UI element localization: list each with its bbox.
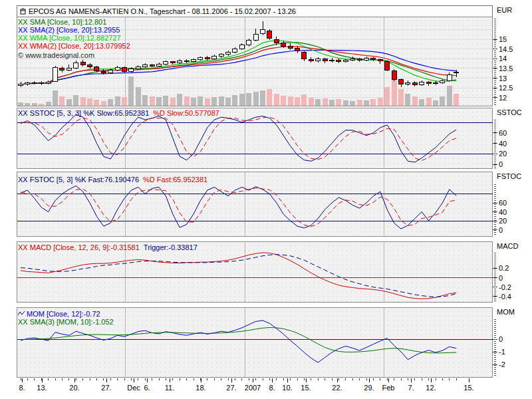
x-axis-label: 15. <box>301 384 311 392</box>
legend-item: XX FSTOC [5, 3] %K Fast:76.190476 <box>18 176 139 184</box>
macd-legend: XX MACD [Close, 12, 26, 9]:-0.31581Trigg… <box>18 243 198 251</box>
legend-item: XX SSTOC [5, 3, 3] %K Slow:65.952381 <box>18 109 149 117</box>
x-axis-label: 13. <box>37 384 47 392</box>
watermark: © www.tradesignal.com <box>18 51 94 59</box>
y-axis-tick-label: 20 <box>499 217 528 225</box>
sstoc-axis-label: SSTOC <box>497 108 522 116</box>
legend-item: XX WMA(2) [Close, 20]:13.079952 <box>18 42 130 50</box>
y-axis-tick-label: 0 <box>499 274 528 282</box>
x-axis-label: 27. <box>101 384 111 392</box>
x-axis-label: 15. <box>464 384 473 392</box>
y-axis-tick-label: 40 <box>499 208 528 216</box>
x-axis-label: 20. <box>69 384 79 392</box>
y-axis-tick-label: -0.4 <box>499 293 528 301</box>
x-axis-label: 22. <box>332 384 342 392</box>
mom-axis-ruler <box>494 319 496 377</box>
y-axis-tick-label: 14 <box>499 55 528 63</box>
legend-item: XX WMA [Close, 10]:12.882727 <box>18 34 121 42</box>
legend-item: %D Slow:50.577087 <box>153 109 219 117</box>
y-axis-tick-label: 13.5 <box>499 65 528 72</box>
x-axis-label: 12. <box>426 384 436 392</box>
x-axis-label: 10. <box>282 384 292 392</box>
y-axis-tick-label: 12.5 <box>499 84 528 92</box>
y-axis-tick-label: 12 <box>499 94 528 102</box>
titlebar: EPCOS AG NAMENS-AKTIEN O.N., Tageschart … <box>17 5 493 17</box>
sstoc-legend: XX SSTOC [5, 3, 3] %K Slow:65.952381%D S… <box>18 109 219 117</box>
y-axis-tick-label: -1 <box>499 348 528 356</box>
y-axis-tick-label: -0.2 <box>499 283 528 291</box>
fstoc-axis-ruler <box>494 184 496 236</box>
legend-item: XX SMA(2) [Close, 20]:13.2955 <box>18 26 120 34</box>
legend-item: Trigger:-0.33817 <box>144 243 198 251</box>
x-axis-label: 8. <box>269 384 275 392</box>
price-legend: XX SMA [Close, 10]:12.801XX SMA(2) [Clos… <box>18 18 130 50</box>
tradesignal-chart-window: EPCOS AG NAMENS-AKTIEN O.N., Tageschart … <box>0 0 532 399</box>
x-axis-label: Feb <box>382 384 395 392</box>
y-axis-tick-label: 0 <box>499 226 528 234</box>
x-axis-label: 11. <box>165 384 174 392</box>
momentum-line-icon <box>18 310 25 316</box>
y-axis-tick-label: 0 <box>499 335 528 343</box>
y-axis-tick-label: 14.5 <box>499 45 528 53</box>
x-axis-label: 18. <box>196 384 205 392</box>
mom-legend: MOM [Close, 12]:-0.72XX SMA(3) [MOM, 10]… <box>18 310 114 326</box>
y-axis-tick-label: 0.2 <box>499 264 528 272</box>
macd-axis-label: MACD <box>497 242 518 250</box>
x-axis-label: 7. <box>408 384 414 392</box>
x-axis-label: 6. <box>144 384 150 392</box>
price-axis-ruler <box>494 19 496 106</box>
x-axis-label: 27. <box>226 384 236 392</box>
y-axis-tick-label: 20 <box>499 150 528 158</box>
x-axis-label: 29. <box>364 384 374 392</box>
sstoc-axis-ruler <box>494 120 496 168</box>
legend-item: %D Fast:65.952381 <box>143 176 207 184</box>
macd-axis-ruler <box>494 253 496 302</box>
legend-item: XX MACD [Close, 12, 26, 9]:-0.31581 <box>18 243 140 251</box>
y-axis-tick-label: 60 <box>499 129 528 137</box>
y-axis-tick-label: 13 <box>499 74 528 82</box>
mom-axis-label: MOM <box>497 308 515 316</box>
y-axis-tick-label: 0 <box>499 160 528 168</box>
y-axis-tick-label: -2 <box>499 360 528 368</box>
price-axis-label: EUR <box>497 6 512 14</box>
x-axis-label: 8. <box>19 384 25 392</box>
fstoc-axis-label: FSTOC <box>497 172 521 180</box>
legend-item: XX SMA(3) [MOM, 10]:-1.052 <box>18 318 114 326</box>
y-axis-tick-label: 40 <box>499 140 528 148</box>
x-axis-label: 2007 <box>245 384 261 392</box>
legend-item: XX SMA [Close, 10]:12.801 <box>18 18 106 26</box>
window-icon[interactable] <box>20 8 26 15</box>
fstoc-legend: XX FSTOC [5, 3] %K Fast:76.190476%D Fast… <box>18 176 207 184</box>
chart-title: EPCOS AG NAMENS-AKTIEN O.N., Tageschart … <box>29 7 296 15</box>
x-axis-label: Dec <box>127 384 140 392</box>
legend-item: MOM [Close, 12]:-0.72 <box>18 310 100 318</box>
y-axis-tick-label: 60 <box>499 199 528 207</box>
y-axis-tick-label: 15 <box>499 35 528 43</box>
